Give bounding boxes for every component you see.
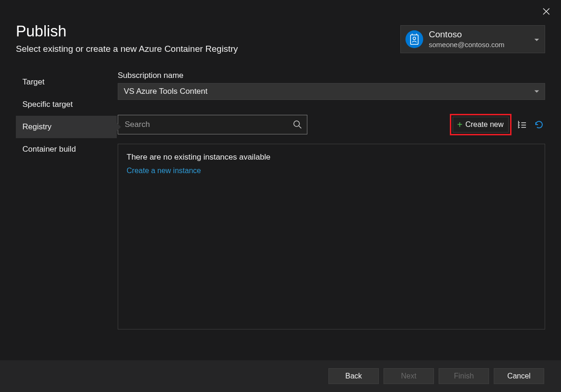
svg-line-3 [299, 126, 301, 128]
sidebar-item-specific-target[interactable]: Specific target [16, 93, 117, 116]
plus-icon: + [457, 120, 462, 129]
wizard-footer: Back Next Finish Cancel [0, 360, 561, 392]
sidebar-item-label: Registry [22, 122, 51, 131]
cancel-button[interactable]: Cancel [494, 368, 544, 384]
tree-view-icon [517, 119, 527, 130]
search-icon [293, 120, 302, 129]
sidebar-item-label: Container build [22, 145, 76, 154]
tutorial-highlight: + Create new [450, 114, 511, 135]
account-email: someone@contoso.com [429, 40, 530, 49]
empty-state-message: There are no existing instances availabl… [127, 153, 536, 162]
results-panel: There are no existing instances availabl… [118, 144, 545, 329]
svg-point-1 [413, 37, 416, 40]
chevron-down-icon [534, 91, 539, 93]
sidebar-item-label: Specific target [22, 100, 73, 109]
back-button[interactable]: Back [328, 368, 379, 384]
create-instance-link[interactable]: Create a new instance [127, 167, 536, 175]
refresh-icon [534, 119, 544, 130]
close-icon [543, 8, 550, 15]
close-button[interactable] [540, 6, 552, 17]
finish-button: Finish [439, 368, 489, 384]
sidebar-item-registry[interactable]: Registry [16, 116, 117, 138]
tree-view-button[interactable] [516, 119, 528, 131]
chevron-down-icon [534, 39, 539, 41]
sidebar-item-label: Target [22, 77, 44, 86]
account-selector[interactable]: Contoso someone@contoso.com [400, 25, 545, 53]
subscription-label: Subscription name [118, 71, 545, 80]
page-title: Publish [16, 22, 238, 40]
svg-point-2 [294, 121, 299, 126]
account-badge-icon [405, 30, 423, 48]
refresh-button[interactable] [533, 119, 545, 131]
sidebar-item-container-build[interactable]: Container build [16, 138, 117, 161]
wizard-sidebar: Target Specific target Registry Containe… [16, 71, 117, 329]
create-new-label: Create new [465, 120, 504, 129]
account-name: Contoso [429, 29, 530, 40]
search-input[interactable] [125, 120, 293, 129]
sidebar-item-target[interactable]: Target [16, 71, 117, 93]
search-input-container[interactable] [118, 115, 307, 134]
create-new-button[interactable]: + Create new [453, 117, 509, 133]
page-subtitle: Select existing or create a new Azure Co… [16, 44, 238, 54]
subscription-select[interactable]: VS Azure Tools Content [118, 83, 545, 100]
next-button: Next [383, 368, 434, 384]
subscription-value: VS Azure Tools Content [124, 87, 207, 96]
